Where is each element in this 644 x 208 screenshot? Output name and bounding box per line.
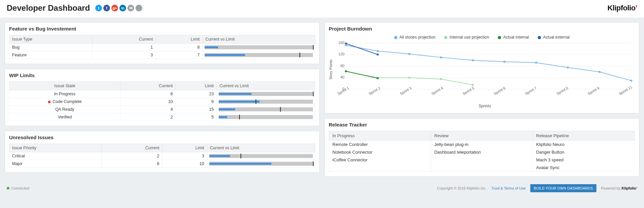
column-header: Current vs Limit (217, 82, 315, 90)
svg-point-22 (408, 77, 411, 79)
table-row: Feature 3 7 (9, 51, 315, 59)
release-column: Remote ControllerNotebook ConnectoriCoff… (329, 141, 431, 171)
current-value: 10 (120, 98, 176, 106)
release-column: Jelly-bean plug-inDashboard teleportatio… (431, 141, 533, 171)
bullet-bar (219, 100, 313, 104)
release-item[interactable]: Dashboard teleportation (431, 148, 533, 156)
release-column-header: Review (431, 131, 533, 140)
release-tracker-headers: In ProgressReviewRelease Pipeline (329, 131, 635, 141)
chart-x-ticks: Sprint 1Sprint 2Sprint 3Sprint 4Sprint 5… (335, 92, 635, 96)
svg-point-25 (345, 70, 347, 72)
svg-point-12 (408, 53, 411, 55)
bullet-bar (209, 162, 313, 166)
facebook-icon[interactable]: f (103, 5, 110, 11)
column-header: Limit (176, 82, 217, 90)
legend-item: All stories projection (394, 35, 435, 40)
social-icons: tfg+in✉🔗 (95, 5, 142, 11)
column-header: Issue State (9, 82, 120, 90)
bullet-bar (219, 107, 313, 111)
terms-link[interactable]: Trust & Terms of Use (491, 186, 526, 190)
svg-point-19 (630, 80, 632, 82)
svg-text:80: 80 (340, 64, 345, 68)
connection-status-icon (7, 187, 9, 190)
release-item[interactable]: Danger Button (533, 148, 635, 156)
svg-point-15 (503, 61, 506, 63)
dashboard-grid: Feature vs Bug Investement Issue TypeCur… (0, 17, 644, 181)
svg-point-10 (345, 44, 347, 46)
connection-status-label: Connected (11, 186, 29, 190)
brand-logo[interactable]: Klipfolio’ (607, 4, 637, 12)
wip-table: Issue StateCurrentLimitCurrent vs Limit … (9, 82, 315, 121)
release-item[interactable]: Mach 3 speed (533, 156, 635, 164)
column-header: Current (102, 144, 162, 152)
powered-by: Powered by Klipfolio’ (601, 186, 637, 190)
svg-point-23 (440, 78, 442, 80)
issue-priority: Major (9, 160, 102, 168)
card-feature-vs-bug: Feature vs Bug Investement Issue TypeCur… (5, 22, 320, 64)
column-header: Issue Type (9, 35, 93, 44)
card-unresolved-issues: Unresolved Issues Issue PriorityCurrentL… (5, 131, 320, 173)
email-icon[interactable]: ✉ (127, 5, 134, 11)
table-row: Verified 2 5 (9, 113, 315, 121)
issue-priority: Critical (9, 152, 102, 160)
release-item[interactable]: Remote Controller (329, 141, 431, 148)
bullet-bar (219, 115, 313, 119)
column-header: Current (120, 82, 176, 90)
link-icon[interactable]: 🔗 (136, 5, 142, 11)
svg-point-16 (535, 62, 537, 64)
svg-point-14 (472, 59, 474, 61)
release-item[interactable]: Notebook Connector (329, 148, 431, 156)
svg-text:160: 160 (338, 41, 344, 45)
release-column-header: Release Pipeline (533, 131, 635, 140)
burndown-chart: 04080120160 (335, 41, 635, 91)
twitter-icon[interactable]: t (95, 5, 102, 11)
table-row: Major 6 10 (9, 160, 315, 168)
google-plus-icon[interactable]: g+ (111, 5, 118, 11)
limit-value: 8 (156, 44, 202, 51)
release-column-header: In Progress (329, 131, 431, 140)
release-item[interactable]: iCoffee Connector (329, 156, 431, 164)
column-header: Current (93, 35, 156, 44)
column-header: Current vs Limit (207, 144, 315, 152)
current-value: 8 (120, 90, 176, 98)
svg-point-17 (567, 66, 569, 68)
limit-value: 5 (176, 113, 217, 121)
svg-point-26 (377, 77, 379, 79)
current-value: 4 (120, 106, 176, 113)
svg-text:120: 120 (338, 52, 344, 56)
card-title: Project Burndown (329, 26, 635, 32)
current-value: 1 (93, 44, 156, 51)
footer-bar: Connected Copyright © 2016 Klipfolio Inc… (0, 181, 644, 196)
legend-item: Internal use projection (444, 35, 489, 40)
table-row: In Progress 8 23 (9, 90, 315, 98)
card-release-tracker: Release Tracker In ProgressReviewRelease… (324, 118, 639, 177)
build-dashboards-button[interactable]: BUILD YOUR OWN DASHBOARDS (530, 184, 596, 192)
limit-value: 7 (156, 51, 202, 59)
svg-point-13 (440, 56, 442, 58)
current-value: 3 (93, 51, 156, 59)
issue-type: Bug (9, 44, 93, 51)
release-tracker-body: Remote ControllerNotebook ConnectoriCoff… (329, 141, 635, 172)
linkedin-icon[interactable]: in (119, 5, 126, 11)
card-wip-limits: WIP Limits Issue StateCurrentLimitCurren… (5, 69, 320, 126)
issue-state: Code Complete (9, 98, 120, 106)
release-column: Klipfolio NeuroDanger ButtonMach 3 speed… (533, 141, 635, 171)
limit-value: 10 (162, 160, 207, 168)
svg-point-28 (377, 54, 379, 56)
release-item[interactable]: Jelly-bean plug-in (431, 141, 533, 148)
issue-state: Verified (9, 113, 120, 121)
table-row: Bug 1 8 (9, 44, 315, 51)
bullet-bar (209, 154, 313, 158)
limit-value: 23 (176, 90, 217, 98)
issue-type: Feature (9, 51, 93, 59)
chart-x-axis-label: Sprints (335, 104, 635, 108)
unresolved-table: Issue PriorityCurrentLimitCurrent vs Lim… (9, 144, 315, 168)
svg-point-27 (345, 43, 347, 45)
current-value: 2 (102, 152, 162, 160)
bullet-bar (219, 92, 313, 96)
column-header: Limit (162, 144, 207, 152)
top-bar: Developer Dashboard tfg+in✉🔗 Klipfolio’ (0, 0, 644, 17)
release-item[interactable]: Avatar Sync (533, 164, 635, 171)
release-item[interactable]: Klipfolio Neuro (533, 141, 635, 148)
card-title: WIP Limits (9, 72, 315, 78)
